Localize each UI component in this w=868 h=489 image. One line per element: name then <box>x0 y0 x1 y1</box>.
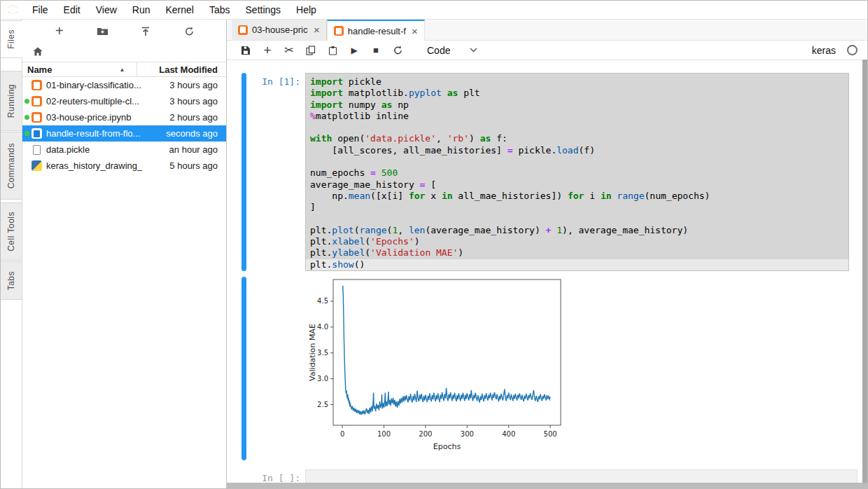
file-icon <box>33 145 41 155</box>
notebook-icon <box>31 96 42 106</box>
notebook-content: In [1]: import pickleimport matplotlib.p… <box>227 60 867 483</box>
output-collapser[interactable] <box>241 277 246 460</box>
file-browser-toolbar: + <box>22 20 226 43</box>
running-dot <box>24 83 29 88</box>
running-dot <box>24 99 29 104</box>
sidebar-tab-running[interactable]: Running <box>1 71 22 131</box>
svg-text:4.0: 4.0 <box>317 323 328 331</box>
sidebar-tab-files[interactable]: Files <box>1 20 22 58</box>
file-list-header: Name ▲ Last Modified <box>22 62 226 77</box>
svg-text:2.5: 2.5 <box>317 401 328 408</box>
file-row[interactable]: 03-house-price.ipynb 2 hours ago <box>22 109 226 125</box>
running-dot <box>24 115 29 120</box>
menu-edit[interactable]: Edit <box>56 4 88 15</box>
menu-bar: File Edit View Run Kernel Tabs Settings … <box>1 1 867 20</box>
tab-03-house-price[interactable]: 03-house-price × <box>232 20 327 40</box>
vertical-scrollbar[interactable] <box>862 60 867 483</box>
add-cell-button[interactable]: + <box>260 43 275 58</box>
dock-tab-bar: 03-house-price × handle-result-f × <box>227 20 867 41</box>
run-button[interactable]: ▶ <box>346 43 362 58</box>
svg-text:4.5: 4.5 <box>317 298 328 305</box>
svg-text:Validation MAE: Validation MAE <box>308 324 317 381</box>
activity-bar: Files Running Commands Cell Tools Tabs <box>1 20 22 488</box>
menu-settings[interactable]: Settings <box>238 4 289 15</box>
file-browser-panel: + Name ▲ L <box>22 20 227 488</box>
menu-kernel[interactable]: Kernel <box>158 4 201 15</box>
code-editor[interactable]: import pickleimport matplotlib.pyplot as… <box>305 73 849 271</box>
copy-icon[interactable] <box>303 43 318 58</box>
notebook-icon <box>31 80 42 90</box>
file-row[interactable]: 02-reuters-multiple-cl... 3 hours ago <box>22 93 226 109</box>
sort-ascending-icon: ▲ <box>119 67 125 73</box>
horizontal-scrollbar[interactable] <box>227 483 867 488</box>
column-header-modified[interactable]: Last Modified <box>136 62 226 76</box>
cell-type-select[interactable]: Code <box>427 45 450 56</box>
jupyterlab-window: File Edit View Run Kernel Tabs Settings … <box>0 0 868 489</box>
input-prompt: In [1]: <box>246 73 305 271</box>
save-button[interactable] <box>238 43 253 58</box>
svg-text:200: 200 <box>419 430 432 438</box>
matplotlib-figure: 01002003004005002.53.03.54.04.5EpochsVal… <box>308 277 564 460</box>
input-collapser[interactable] <box>241 73 246 271</box>
svg-text:Epochs: Epochs <box>433 442 461 451</box>
paste-icon[interactable] <box>325 43 340 58</box>
cut-icon[interactable]: ✂ <box>281 43 297 58</box>
output-cell: 01002003004005002.53.03.54.04.5EpochsVal… <box>227 277 867 460</box>
svg-text:0: 0 <box>340 430 344 438</box>
svg-text:100: 100 <box>377 430 391 438</box>
input-collapser[interactable] <box>241 469 246 483</box>
notebook-icon <box>31 128 42 139</box>
code-cell: In [1]: import pickleimport matplotlib.p… <box>227 73 867 271</box>
file-list: 01-binary-classificatio... 3 hours ago 0… <box>22 77 226 174</box>
menu-help[interactable]: Help <box>288 4 324 15</box>
column-header-name[interactable]: Name ▲ <box>22 64 136 75</box>
kernel-status-icon[interactable] <box>847 45 858 55</box>
notebook-toolbar: + ✂ ▶ ■ Code keras <box>227 41 867 60</box>
main-dock-panel: 03-house-price × handle-result-f × + ✂ <box>227 20 867 488</box>
empty-code-editor[interactable] <box>305 469 858 483</box>
file-row-selected[interactable]: handle-result-from-flo... seconds ago <box>22 125 226 142</box>
notebook-icon <box>238 25 248 35</box>
kernel-name-label: keras <box>812 45 836 56</box>
menu-run[interactable]: Run <box>125 4 158 15</box>
python-icon <box>31 160 42 171</box>
sidebar-tab-cell-tools[interactable]: Cell Tools <box>1 202 22 261</box>
mae-chart: 01002003004005002.53.03.54.04.5EpochsVal… <box>308 277 564 452</box>
notebook-icon <box>334 26 344 36</box>
new-folder-button[interactable] <box>93 23 113 40</box>
file-row[interactable]: data.pickle an hour ago <box>22 142 226 158</box>
file-row[interactable]: 01-binary-classificatio... 3 hours ago <box>22 77 226 93</box>
tab-handle-result[interactable]: handle-result-f × <box>327 20 425 41</box>
jupyter-logo-icon <box>1 3 24 17</box>
running-dot <box>24 147 29 152</box>
input-prompt: In [ ]: <box>246 469 305 483</box>
new-launcher-button[interactable]: + <box>50 23 69 40</box>
svg-text:300: 300 <box>461 430 474 438</box>
svg-text:500: 500 <box>544 430 557 438</box>
svg-text:3.5: 3.5 <box>317 349 328 357</box>
menu-view[interactable]: View <box>88 4 125 15</box>
menu-tabs[interactable]: Tabs <box>202 4 238 15</box>
close-icon[interactable]: × <box>412 26 418 36</box>
running-dot <box>24 131 29 136</box>
chevron-down-icon[interactable] <box>470 48 477 53</box>
home-icon[interactable] <box>33 46 43 59</box>
sidebar-tab-tabs[interactable]: Tabs <box>1 261 22 300</box>
restart-kernel-icon[interactable] <box>390 43 405 58</box>
output-prompt <box>246 277 305 460</box>
menu-file[interactable]: File <box>24 4 56 15</box>
breadcrumb <box>22 43 226 62</box>
svg-text:3.0: 3.0 <box>317 375 328 383</box>
file-row[interactable]: keras_history_drawing_... 5 hours ago <box>22 158 226 174</box>
svg-text:400: 400 <box>502 430 515 438</box>
refresh-icon[interactable] <box>179 23 199 40</box>
upload-icon[interactable] <box>136 23 155 40</box>
close-icon[interactable]: × <box>314 25 320 35</box>
notebook-icon <box>31 112 42 123</box>
stop-button[interactable]: ■ <box>368 43 384 58</box>
empty-cell: In [ ]: <box>227 469 867 483</box>
sidebar-tab-commands[interactable]: Commands <box>1 132 22 200</box>
running-dot <box>24 163 29 168</box>
